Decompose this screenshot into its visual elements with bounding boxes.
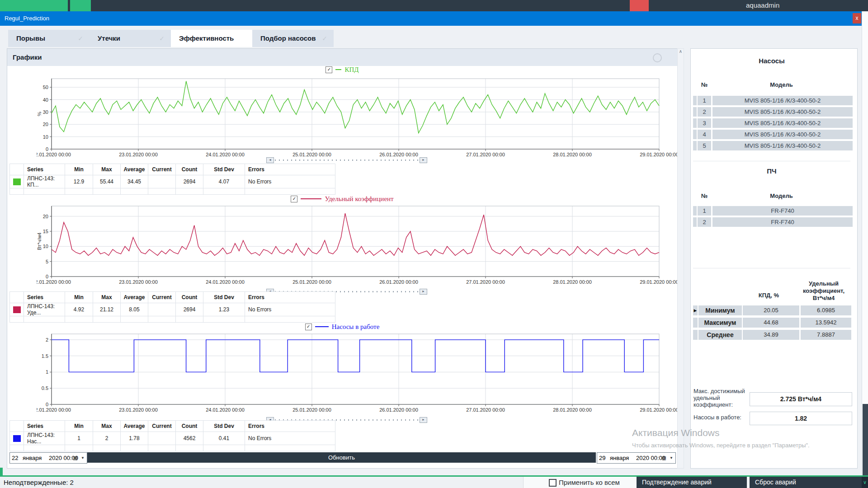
legend-checkbox[interactable]: ✓ xyxy=(291,196,297,202)
tab-podbor-nasosov[interactable]: Подбор насосов ✓ xyxy=(252,30,334,47)
svg-text:20: 20 xyxy=(43,214,48,219)
date-day: 22 xyxy=(12,455,23,461)
legend-line-sample xyxy=(315,326,329,327)
stats-data-row: ЛПНС-143: КП... 12.9 55.44 34.45 2694 4.… xyxy=(10,175,335,188)
svg-text:28.01.2020 00:00: 28.01.2020 00:00 xyxy=(553,279,592,285)
stats-data-row: ЛПНС-143: Нас... 1 2 1.78 4562 0.41 No E… xyxy=(10,432,335,445)
collapse-icon[interactable] xyxy=(653,53,662,62)
stats-table-ud: Series Min Max Average Current Count Std… xyxy=(9,291,335,323)
svg-text:25.01.2020 00:00: 25.01.2020 00:00 xyxy=(292,407,331,413)
legend-checkbox[interactable]: ✓ xyxy=(326,66,332,73)
status-bar: Неподтвержденные: 2 Применить ко всем По… xyxy=(0,477,868,488)
tab-label: Порывы xyxy=(16,30,45,47)
stats-header-row: Series Min Max Average Current Count Std… xyxy=(10,292,335,303)
svg-text:23.01.2020 00:00: 23.01.2020 00:00 xyxy=(119,407,158,413)
reset-alarms-button[interactable]: Сброс аварий xyxy=(750,477,862,488)
svg-text:27.01.2020 00:00: 27.01.2020 00:00 xyxy=(466,152,505,157)
stats-empty-row xyxy=(10,445,335,451)
svg-text:26.01.2020 00:00: 26.01.2020 00:00 xyxy=(379,407,418,413)
svg-text:50: 50 xyxy=(43,84,48,90)
svg-text:28.01.2020 00:00: 28.01.2020 00:00 xyxy=(553,407,592,413)
taskbar-red-segment xyxy=(630,0,649,11)
svg-text:%: % xyxy=(37,112,42,116)
taskbar-green-segment-2 xyxy=(70,0,91,11)
svg-text:15: 15 xyxy=(43,229,48,234)
tab-label: Подбор насосов xyxy=(260,30,316,47)
tab-effektivnost[interactable]: Эффективность xyxy=(171,30,252,47)
tab-poryvy[interactable]: Порывы ✓ xyxy=(8,30,90,47)
svg-text:24.01.2020 00:00: 24.01.2020 00:00 xyxy=(206,152,245,157)
pumps-col-num: № xyxy=(698,81,711,88)
calendar-icon[interactable]: ▦ xyxy=(73,455,78,461)
logged-user-label: aquaadmin xyxy=(746,1,779,9)
equipment-panel: Насосы № Модель 1 MVIS 805-1/16 /К/3-400… xyxy=(690,48,858,469)
max-coeff-label: Макс. достижимый удельный коэффициент: xyxy=(693,388,750,408)
calendar-icon[interactable]: ▦ xyxy=(662,455,666,461)
tab-check-icon: ✓ xyxy=(322,30,327,47)
date-rest: 2020 00:00 xyxy=(636,455,665,461)
chevron-down-icon[interactable]: ▼ xyxy=(81,456,85,460)
window-titlebar: Regul_Prediction x xyxy=(0,11,862,26)
scroll-track[interactable] xyxy=(275,160,419,161)
svg-text:29.01.2020 00:00: 29.01.2020 00:00 xyxy=(640,279,677,285)
svg-text:20: 20 xyxy=(43,122,48,127)
svg-text:2: 2 xyxy=(46,337,48,343)
charts-panel-scrollbar[interactable]: ∧ xyxy=(677,48,684,469)
scroll-left-icon[interactable]: ◄ xyxy=(266,157,274,163)
scroll-right-icon[interactable]: ► xyxy=(420,289,427,295)
confirm-alarms-button[interactable]: Подтверждение аварий xyxy=(637,477,747,488)
chevron-down-icon[interactable]: ∨ xyxy=(862,477,868,488)
window-title: Regul_Prediction xyxy=(5,11,49,26)
legend-checkbox[interactable]: ✓ xyxy=(305,324,312,330)
tab-label: Утечки xyxy=(98,30,120,47)
page-scrollbar-thumb[interactable] xyxy=(863,404,868,476)
stats-header-row: Series Min Max Average Current Count Std… xyxy=(10,421,335,432)
apply-all-label: Применить ко всем xyxy=(559,477,620,488)
svg-text:5: 5 xyxy=(46,259,48,264)
series-swatch xyxy=(13,306,21,313)
svg-text:30: 30 xyxy=(43,109,48,115)
update-button[interactable]: Обновить xyxy=(87,452,596,463)
chart-kpd-scrollbar[interactable]: ◄ ► xyxy=(266,157,427,163)
svg-text:0: 0 xyxy=(46,402,48,407)
pumps-col-model: Модель xyxy=(712,81,850,88)
scroll-right-icon[interactable]: ► xyxy=(420,417,427,423)
pumps-table-title: Насосы xyxy=(691,57,853,65)
svg-text:22.01.2020 00:00: 22.01.2020 00:00 xyxy=(37,152,71,157)
svg-text:26.01.2020 00:00: 26.01.2020 00:00 xyxy=(379,152,418,157)
chart-pumps-running: 00.511.5222.01.2020 00:0023.01.2020 00:0… xyxy=(37,331,677,413)
svg-text:0.5: 0.5 xyxy=(42,385,48,391)
svg-text:24.01.2020 00:00: 24.01.2020 00:00 xyxy=(206,279,245,285)
stats-table-pumps: Series Min Max Average Current Count Std… xyxy=(9,420,335,451)
summary-col-ud: Удельный коэффициент, Вт*ч/м4 xyxy=(798,280,849,302)
date-to-picker[interactable]: 29 января 2020 00:00 ▦ ▼ xyxy=(597,452,676,464)
chevron-up-icon[interactable]: ∧ xyxy=(679,49,682,54)
unconfirmed-alarms-label: Неподтвержденные: 2 xyxy=(4,477,74,488)
page-scrollbar[interactable] xyxy=(862,11,868,477)
close-button[interactable]: x xyxy=(853,13,861,23)
taskbar-green-segment xyxy=(0,0,68,11)
svg-text:29.01.2020 00:00: 29.01.2020 00:00 xyxy=(640,152,677,157)
stats-empty-row xyxy=(10,188,335,195)
legend-line-sample xyxy=(301,198,321,199)
vfd-col-model: Модель xyxy=(712,192,850,199)
date-from-picker[interactable]: 22 января 2020 00:00 ▦ ▼ xyxy=(9,452,87,464)
tab-utechki[interactable]: Утечки ✓ xyxy=(90,30,171,47)
pumps-running-value: 1.82 xyxy=(750,412,852,425)
svg-text:22.01.2020 00:00: 22.01.2020 00:00 xyxy=(37,407,71,413)
apply-all-checkbox[interactable] xyxy=(549,479,557,487)
legend-label: Удельный коэффициент xyxy=(325,195,393,203)
svg-text:26.01.2020 00:00: 26.01.2020 00:00 xyxy=(379,279,418,285)
legend-ud-koeff: ✓ Удельный коэффициент xyxy=(7,195,677,202)
tab-label: Эффективность xyxy=(179,30,234,47)
svg-text:0: 0 xyxy=(46,146,48,152)
svg-text:25.01.2020 00:00: 25.01.2020 00:00 xyxy=(292,152,331,157)
chevron-down-icon[interactable]: ▼ xyxy=(670,456,673,460)
svg-text:22.01.2020 00:00: 22.01.2020 00:00 xyxy=(37,279,71,285)
svg-text:24.01.2020 00:00: 24.01.2020 00:00 xyxy=(206,407,245,413)
check-icon: ✓ xyxy=(307,324,310,329)
check-icon: ✓ xyxy=(327,67,331,72)
tab-check-icon: ✓ xyxy=(159,30,165,47)
stats-table-kpd: Series Min Max Average Current Count Std… xyxy=(9,164,335,195)
scroll-right-icon[interactable]: ► xyxy=(420,157,427,163)
